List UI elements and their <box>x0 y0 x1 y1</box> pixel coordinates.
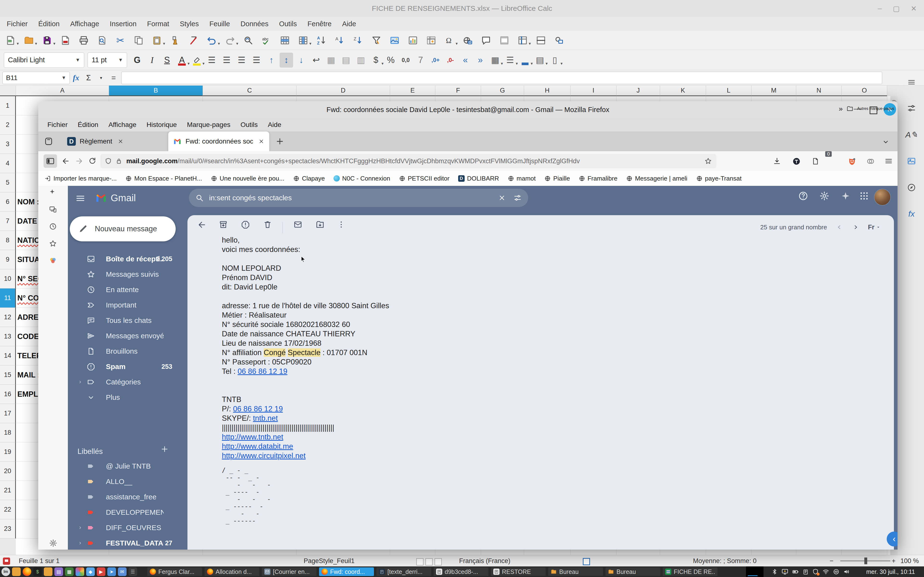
launcher-terminal[interactable]: $ <box>33 567 42 576</box>
adblocker-icon[interactable] <box>792 157 801 166</box>
url-bar[interactable]: mail.google.com/mail/u/0/#search/in%3Ase… <box>100 154 716 168</box>
launcher-media-red[interactable]: ▶ <box>97 567 105 576</box>
selection-mode-icon[interactable] <box>583 558 590 565</box>
email-link[interactable]: tntb.net <box>253 414 278 422</box>
email-link[interactable]: 06 86 86 12 19 <box>237 367 287 376</box>
taskbar-window--courrier-en-[interactable]: [Courrier en... <box>262 567 317 576</box>
row-header-3[interactable]: 3 <box>0 135 16 154</box>
pivot-table-icon[interactable] <box>423 33 439 48</box>
clone-formatting-icon[interactable] <box>168 33 183 48</box>
calc-close-button[interactable]: ✕ <box>911 4 917 13</box>
calc-menu-donnees[interactable]: Données <box>241 20 268 28</box>
insert-chart-icon[interactable] <box>405 33 421 48</box>
copy-icon[interactable] <box>131 33 146 48</box>
expander-chevron-icon[interactable] <box>78 379 83 385</box>
synced-tabs-icon[interactable] <box>49 205 57 213</box>
nvidia-icon[interactable] <box>833 568 840 575</box>
launcher-files[interactable] <box>12 567 21 576</box>
calc-menu-fenêtre[interactable]: Fenêtre <box>307 20 331 28</box>
border-style-icon[interactable]: ☰▾ <box>503 53 517 68</box>
paste-icon[interactable]: ▾ <box>149 33 165 48</box>
row-header-20[interactable]: 20 <box>0 462 16 481</box>
pagestyle-indicator[interactable]: PageStyle_Feuil1 <box>304 555 355 567</box>
clipboard-icon[interactable] <box>803 569 809 575</box>
label-item-festival-databi-[interactable]: FESTIVAL_DATABI...27 <box>68 535 181 550</box>
formula-input[interactable] <box>121 72 882 84</box>
sidebar-item-tous-les-chats[interactable]: Tous les chats <box>68 313 181 328</box>
find-replace-icon[interactable] <box>241 33 256 48</box>
font-color-button[interactable]: A▾ <box>175 53 189 68</box>
reader-extension-icon[interactable] <box>811 157 820 165</box>
taskbar-window-d9b3ced8-[interactable]: d9b3ced8-... <box>434 567 488 576</box>
row-header-4[interactable]: 4 <box>0 154 16 173</box>
taskbar-window-fwd-coord-[interactable]: Fwd: coord... <box>319 567 374 576</box>
gallery-icon[interactable] <box>907 156 916 166</box>
launcher-pkg-green[interactable]: ▦ <box>65 567 74 576</box>
label-item--julie-tntb[interactable]: @ Julie TNTB <box>68 458 181 474</box>
mark-unread-icon[interactable] <box>293 220 302 229</box>
bookmark-item[interactable]: N0C - Connexion <box>333 175 390 182</box>
tab-fwd-coordonnees[interactable]: Fwd: coordonnées sociale D <box>168 132 269 151</box>
taskbar-window-fiche-de-re-[interactable]: FICHE DE RE... <box>663 567 717 576</box>
sort-ascending-icon[interactable]: A <box>332 33 347 48</box>
column-header-G[interactable]: G <box>481 85 524 96</box>
del-decimal-icon[interactable]: ,0- <box>444 53 457 68</box>
row-header-13[interactable]: 13 <box>0 327 16 346</box>
function-wizard-button[interactable]: fx <box>70 72 82 84</box>
launcher-pkg-purple[interactable]: ▤ <box>54 567 63 576</box>
taskbar-window-fergus-clar-[interactable]: Fergus Clar... <box>147 567 202 576</box>
launcher-editor-dark[interactable]: ☰ <box>129 567 137 576</box>
email-link[interactable]: http://www.circuitpixel.net <box>222 451 305 460</box>
cut-icon[interactable]: ✂ <box>113 33 128 48</box>
label-item-diff-oeuvres[interactable]: DIFF_OEUVRES <box>68 520 181 535</box>
sidebar-item-plus[interactable]: Plus <box>68 390 181 405</box>
avatar[interactable] <box>874 189 891 206</box>
move-to-icon[interactable] <box>315 220 325 229</box>
percent-format-icon[interactable]: % <box>384 53 397 68</box>
window-preview-thumbnail[interactable] <box>746 566 764 577</box>
tab-container-icon[interactable] <box>44 137 53 146</box>
calc-maximize-button[interactable]: ▢ <box>893 4 900 13</box>
align-top-icon[interactable]: ↑ <box>265 53 278 68</box>
unmerge-cells-icon[interactable]: ▥ <box>354 53 368 68</box>
zoom-slider-handle[interactable] <box>864 558 867 564</box>
decrease-indent-icon[interactable]: » <box>473 53 487 68</box>
launcher-gimp[interactable] <box>76 567 84 576</box>
taskbar-window-allocation-d-[interactable]: Allocation d... <box>205 567 259 576</box>
app-menu-icon[interactable] <box>884 157 893 165</box>
help-icon[interactable] <box>798 191 809 201</box>
italic-button[interactable]: I <box>145 53 159 68</box>
back-icon[interactable] <box>197 220 207 230</box>
bookmark-item[interactable]: Messagerie | ameli <box>626 175 688 182</box>
sort-descending-icon[interactable]: Z <box>351 33 366 48</box>
search-input[interactable]: in:sent congés spectacles <box>209 194 498 202</box>
colorways-palette-icon[interactable] <box>49 256 57 265</box>
functions-icon[interactable]: fx <box>908 209 914 219</box>
redo-icon[interactable]: ▾ <box>222 33 238 48</box>
insert-image-icon[interactable] <box>387 33 402 48</box>
align-bottom-icon[interactable]: ↓ <box>294 53 308 68</box>
label-item-allo-[interactable]: ALLO__ <box>68 474 181 489</box>
sum-button[interactable]: Σ <box>82 72 95 84</box>
calc-menu-format[interactable]: Format <box>147 20 169 28</box>
taskbar-window--texte-derri-[interactable]: [texte_derri... <box>376 567 431 576</box>
split-window-icon[interactable] <box>533 33 549 48</box>
compose-button[interactable]: Nouveau message <box>70 216 176 242</box>
currency-format-icon[interactable]: $▾ <box>369 53 383 68</box>
rows-columns-icon[interactable]: ▤▾ <box>533 53 547 68</box>
underline-button[interactable]: S <box>160 53 174 68</box>
settings-gear-icon[interactable] <box>819 191 830 201</box>
older-email-chevron[interactable] <box>851 223 860 231</box>
firefox-menu-affichage[interactable]: Affichage <box>108 121 136 129</box>
cell-A13[interactable]: CODE <box>17 327 39 346</box>
display-warning-icon[interactable] <box>781 568 788 575</box>
clear-search-icon[interactable] <box>498 194 506 202</box>
expander-chevron-icon[interactable] <box>78 540 83 546</box>
row-header-17[interactable]: 17 <box>0 404 16 423</box>
bluetooth-icon[interactable] <box>771 568 778 575</box>
spelling-icon[interactable]: abc <box>259 33 274 48</box>
bookmark-item[interactable]: PETSCII editor <box>399 175 449 182</box>
shield-icon[interactable] <box>812 568 819 575</box>
newer-email-chevron[interactable] <box>835 223 843 231</box>
bookmark-item[interactable]: mamot <box>508 175 536 182</box>
